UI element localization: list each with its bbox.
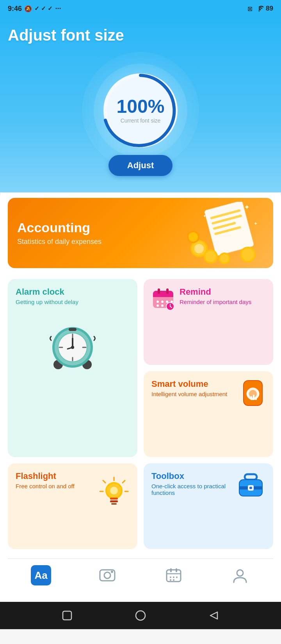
svg-rect-46 — [158, 288, 160, 294]
time-display: 9:46 — [8, 5, 22, 13]
font-nav-icon: Aa — [31, 565, 51, 585]
svg-rect-47 — [166, 288, 169, 294]
svg-rect-81 — [176, 568, 177, 572]
page-title: Adjust font size — [8, 27, 124, 44]
svg-point-39 — [157, 301, 159, 303]
svg-point-87 — [237, 570, 243, 576]
feature-card-alarm[interactable]: Alarm clock Getting up without delay — [8, 279, 137, 457]
header-section: Adjust font size 100% Current font size … — [0, 17, 281, 192]
svg-point-12 — [205, 251, 216, 262]
svg-rect-57 — [255, 397, 257, 400]
svg-text:✦: ✦ — [203, 214, 206, 218]
svg-point-43 — [161, 304, 164, 307]
svg-text:✦: ✦ — [244, 203, 250, 211]
svg-text:✦: ✦ — [254, 221, 258, 226]
remind-calendar-icon — [151, 287, 175, 312]
svg-point-42 — [157, 304, 159, 307]
toolbox-icon — [236, 471, 265, 502]
toolbox-title: Toolbox — [151, 471, 236, 481]
alarm-title: Alarm clock — [16, 287, 130, 297]
alarm-off-icon: 🔕 — [24, 5, 32, 12]
status-indicators: ⊠ 89 — [247, 5, 273, 12]
svg-point-40 — [161, 301, 164, 303]
toolbox-subtitle: One-click access to practical functions — [151, 483, 236, 496]
calendar-nav-icon — [164, 565, 184, 585]
svg-point-41 — [166, 301, 168, 303]
profile-nav-icon — [230, 565, 250, 585]
feature-card-smart-volume[interactable]: Smart volume Intelligent volume adjustme… — [144, 371, 273, 457]
svg-point-34 — [71, 346, 74, 349]
svg-point-18 — [242, 248, 254, 261]
alarm-subtitle: Getting up without delay — [16, 299, 130, 305]
svg-line-61 — [103, 480, 105, 483]
feature-card-toolbox[interactable]: Toolbox One-click access to practical fu… — [144, 463, 273, 549]
svg-point-14 — [220, 254, 229, 263]
svg-line-59 — [123, 480, 125, 483]
svg-rect-56 — [253, 395, 254, 400]
feature-grid: Alarm clock Getting up without delay — [8, 279, 273, 549]
check-icons: ✓ ✓ ✓ — [34, 5, 53, 12]
svg-rect-88 — [63, 611, 71, 620]
gauge-arc-svg — [100, 69, 181, 151]
status-time: 9:46 🔕 ✓ ✓ ✓ ··· — [8, 5, 61, 13]
speaker-icon — [240, 379, 265, 409]
svg-rect-66 — [110, 498, 118, 500]
battery-stop-icon: ⊠ — [247, 5, 253, 12]
nav-item-profile[interactable] — [224, 564, 256, 587]
svg-rect-35 — [69, 328, 76, 331]
accounting-banner[interactable]: Accounting Statistics of daily expenses — [8, 198, 273, 268]
svg-point-1 — [259, 11, 260, 12]
more-icon: ··· — [55, 5, 61, 13]
feature-card-flashlight[interactable]: Flashlight Free control on and off — [8, 463, 137, 549]
svg-rect-38 — [153, 295, 173, 297]
battery-level: 89 — [266, 5, 273, 12]
svg-point-83 — [173, 576, 174, 578]
bottom-nav: Aa — [8, 559, 273, 594]
smart-volume-title: Smart volume — [151, 379, 227, 389]
card-section: Accounting Statistics of daily expenses — [0, 189, 281, 602]
svg-point-82 — [170, 576, 171, 578]
svg-rect-74 — [249, 487, 252, 489]
alarm-icon — [16, 321, 130, 372]
remind-title: Remind — [180, 287, 251, 297]
status-bar: 9:46 🔕 ✓ ✓ ✓ ··· ⊠ 89 — [0, 0, 281, 17]
feature-card-remind[interactable]: Remind Reminder of important days — [144, 279, 273, 365]
home-button[interactable] — [134, 609, 147, 622]
clock-svg — [47, 321, 98, 372]
svg-point-89 — [136, 611, 145, 620]
svg-point-84 — [176, 576, 178, 578]
svg-rect-69 — [245, 474, 257, 480]
svg-point-77 — [111, 571, 113, 573]
recent-apps-button[interactable] — [61, 609, 73, 622]
svg-point-10 — [194, 244, 204, 253]
svg-rect-55 — [251, 396, 252, 400]
wifi-icon — [255, 5, 263, 12]
nav-item-font[interactable]: Aa — [25, 564, 57, 587]
svg-point-16 — [189, 232, 198, 242]
svg-point-65 — [110, 487, 118, 495]
svg-rect-68 — [111, 503, 117, 505]
remind-subtitle: Reminder of important days — [180, 299, 251, 305]
bulb-icon — [98, 476, 130, 507]
nav-item-photo[interactable] — [91, 564, 124, 587]
nav-item-calendar[interactable] — [157, 564, 190, 587]
svg-rect-67 — [110, 500, 118, 502]
svg-marker-90 — [210, 612, 217, 619]
svg-point-85 — [170, 579, 171, 581]
smart-volume-subtitle: Intelligent volume adjustment — [151, 391, 227, 397]
system-nav-bar — [0, 602, 281, 629]
accounting-decoration: ✦ ✦ ✦ — [187, 202, 265, 264]
photo-nav-icon — [97, 565, 117, 585]
back-button[interactable] — [208, 609, 220, 622]
adjust-button[interactable]: Adjust — [108, 155, 173, 176]
gauge-container: 100% Current font size Adjust — [82, 52, 199, 169]
svg-text:🔕: 🔕 — [24, 5, 32, 12]
svg-point-86 — [173, 579, 174, 581]
svg-point-76 — [104, 572, 110, 578]
svg-rect-80 — [170, 568, 172, 572]
